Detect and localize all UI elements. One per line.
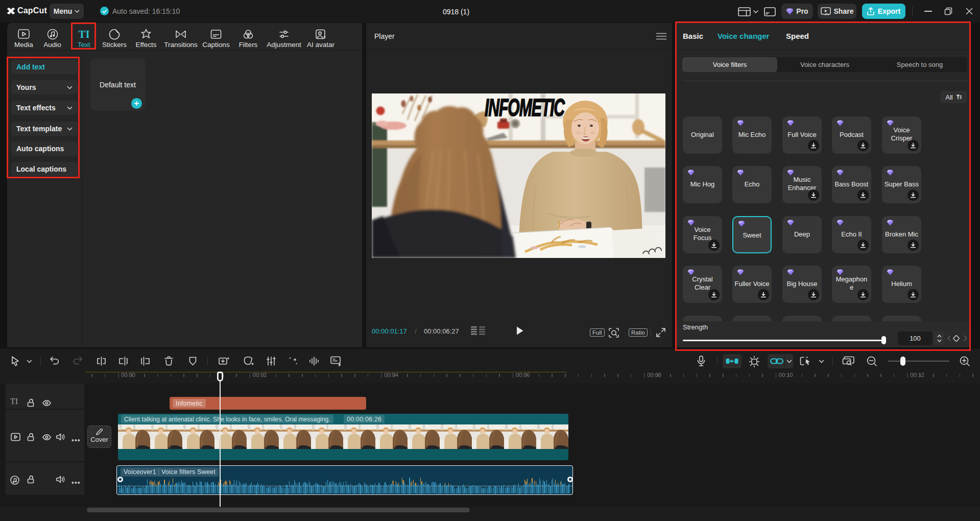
svg-text:INFOMETIC: INFOMETIC [485,94,565,121]
